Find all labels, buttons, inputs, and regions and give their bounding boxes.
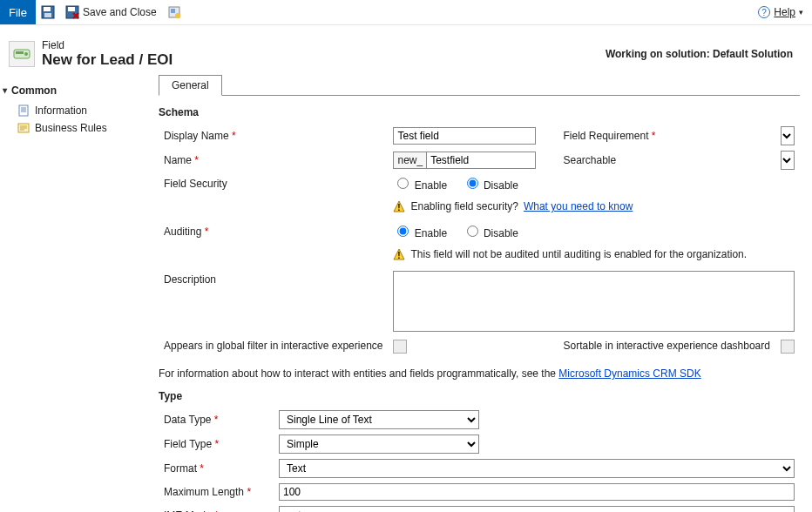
save-close-icon (65, 5, 79, 19)
sortable-dash-checkbox (781, 340, 795, 354)
svg-rect-6 (171, 9, 175, 13)
label-description: Description (159, 268, 388, 337)
save-and-close-label: Save and Close (83, 6, 157, 18)
ime-mode-select[interactable]: auto (279, 506, 795, 512)
svg-text:!: ! (398, 203, 401, 212)
label-name: Name (159, 148, 388, 172)
sidebar: Common Information Business Rules (0, 74, 152, 137)
breadcrumb: Field (42, 39, 173, 51)
label-format: Format (159, 456, 274, 481)
warning-icon: ! (393, 248, 405, 260)
svg-rect-4 (68, 7, 75, 11)
auditing-disable[interactable]: Disable (463, 227, 518, 239)
field-security-warning: ! Enabling field security? What you need… (393, 200, 795, 212)
tabstrip: General (159, 74, 800, 96)
help-link[interactable]: ? Help ▾ (749, 0, 812, 24)
page-title: New for Lead / EOI (42, 51, 173, 69)
type-form: Data Type Single Line of Text Field Type… (159, 408, 800, 512)
label-searchable: Searchable (558, 148, 775, 172)
sdk-note: For information about how to interact wi… (159, 367, 800, 380)
field-type-select[interactable]: Simple (279, 435, 479, 454)
actions-icon (167, 5, 181, 19)
file-menu-label: File (9, 6, 27, 19)
label-data-type: Data Type (159, 408, 274, 432)
field-entity-icon (9, 41, 35, 67)
data-type-select[interactable]: Single Line of Text (279, 410, 479, 429)
sidebar-item-label: Information (35, 104, 87, 117)
file-menu[interactable]: File (0, 0, 36, 24)
label-field-requirement: Field Requirement (558, 124, 775, 148)
label-field-type: Field Type (159, 432, 274, 456)
label-display-name: Display Name (159, 124, 388, 148)
save-and-close-button[interactable]: Save and Close (60, 0, 162, 24)
field-security-disable[interactable]: Disable (463, 179, 518, 192)
sidebar-item-business-rules[interactable]: Business Rules (3, 119, 152, 137)
svg-point-12 (24, 52, 28, 56)
rules-icon (17, 122, 30, 134)
help-icon: ? (758, 6, 770, 18)
label-field-security: Field Security (159, 172, 388, 194)
name-input[interactable] (426, 152, 536, 169)
svg-point-7 (175, 13, 180, 18)
page-header: Field New for Lead / EOI Working on solu… (0, 25, 812, 74)
sidebar-group-common[interactable]: Common (3, 84, 152, 97)
doc-icon (17, 104, 30, 117)
schema-form: Display Name Field Requirement Optional … (159, 124, 800, 359)
field-security-learn-link[interactable]: What you need to know (524, 200, 633, 212)
max-length-input[interactable] (279, 483, 795, 501)
svg-rect-2 (44, 13, 51, 17)
section-type: Type (159, 390, 800, 402)
auditing-enable[interactable]: Enable (393, 227, 447, 239)
save-button[interactable] (36, 0, 60, 24)
appears-in-filter-checkbox (393, 340, 407, 354)
field-security-enable[interactable]: Enable (393, 179, 447, 192)
sidebar-item-information[interactable]: Information (3, 102, 152, 119)
help-label: Help (774, 6, 795, 18)
name-prefix: new_ (393, 152, 426, 169)
sdk-link[interactable]: Microsoft Dynamics CRM SDK (558, 367, 700, 380)
svg-rect-1 (44, 7, 51, 11)
svg-rect-11 (16, 51, 24, 54)
searchable-select[interactable]: Yes (781, 151, 795, 170)
svg-text:?: ? (762, 8, 768, 17)
caret-down-icon: ▾ (799, 8, 803, 17)
tab-general[interactable]: General (159, 75, 222, 96)
description-input[interactable] (393, 271, 795, 332)
toolbar: File Save and Close ? Help ▾ (0, 0, 812, 25)
warning-icon: ! (393, 200, 405, 212)
svg-text:!: ! (398, 251, 401, 260)
section-schema: Schema (159, 106, 800, 118)
label-appears-in-filter: Appears in global filter in interactive … (159, 337, 388, 359)
label-auditing: Auditing (159, 220, 388, 242)
field-requirement-select[interactable]: Optional (781, 126, 795, 145)
auditing-warning: ! This field will not be audited until a… (393, 248, 795, 260)
label-ime-mode: IME Mode (159, 503, 274, 512)
label-sortable-dash: Sortable in interactive experience dashb… (558, 337, 775, 359)
sidebar-item-label: Business Rules (35, 122, 107, 134)
svg-rect-13 (19, 105, 28, 116)
display-name-input[interactable] (393, 127, 535, 145)
label-max-length: Maximum Length (159, 481, 274, 503)
actions-button[interactable] (162, 0, 186, 24)
format-select[interactable]: Text (279, 459, 795, 478)
save-icon (41, 5, 55, 19)
solution-note: Working on solution: Default Solution (606, 48, 803, 60)
content-panel: General Schema Display Name Field Requir… (152, 74, 812, 512)
